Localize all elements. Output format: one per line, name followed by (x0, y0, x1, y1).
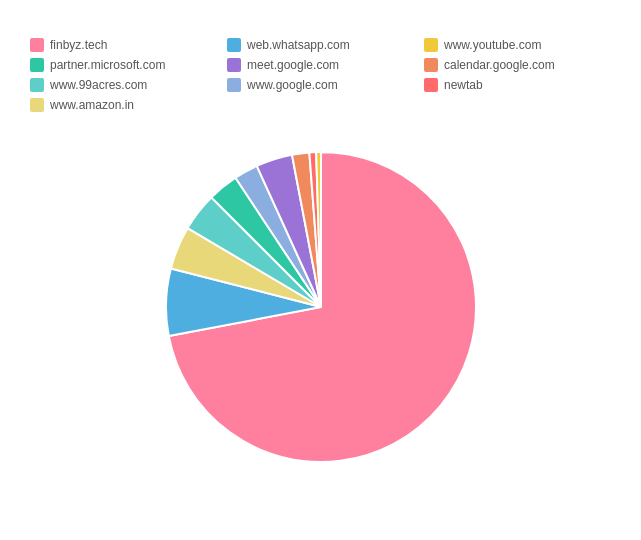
legend-color (30, 78, 44, 92)
legend-item: www.amazon.in (30, 98, 217, 112)
legend-label: finbyz.tech (50, 38, 107, 52)
main-container: finbyz.tech web.whatsapp.com www.youtube… (0, 0, 641, 490)
legend-color (30, 98, 44, 112)
legend-color (424, 58, 438, 72)
legend-item: partner.microsoft.com (30, 58, 217, 72)
legend: finbyz.tech web.whatsapp.com www.youtube… (20, 38, 621, 112)
legend-item: newtab (424, 78, 611, 92)
legend-color (227, 58, 241, 72)
legend-item: calendar.google.com (424, 58, 611, 72)
legend-label: www.amazon.in (50, 98, 134, 112)
legend-label: meet.google.com (247, 58, 339, 72)
legend-color (424, 78, 438, 92)
legend-label: partner.microsoft.com (50, 58, 165, 72)
legend-color (30, 38, 44, 52)
legend-label: www.google.com (247, 78, 338, 92)
legend-label: www.99acres.com (50, 78, 147, 92)
legend-color (30, 58, 44, 72)
legend-item: meet.google.com (227, 58, 414, 72)
legend-label: newtab (444, 78, 483, 92)
legend-label: calendar.google.com (444, 58, 555, 72)
legend-label: www.youtube.com (444, 38, 541, 52)
legend-item: www.google.com (227, 78, 414, 92)
legend-color (424, 38, 438, 52)
legend-item: web.whatsapp.com (227, 38, 414, 52)
legend-color (227, 38, 241, 52)
legend-item: www.youtube.com (424, 38, 611, 52)
legend-item: www.99acres.com (30, 78, 217, 92)
legend-color (227, 78, 241, 92)
chart-area (20, 132, 621, 472)
pie-chart (111, 132, 531, 472)
legend-label: web.whatsapp.com (247, 38, 350, 52)
legend-item: finbyz.tech (30, 38, 217, 52)
